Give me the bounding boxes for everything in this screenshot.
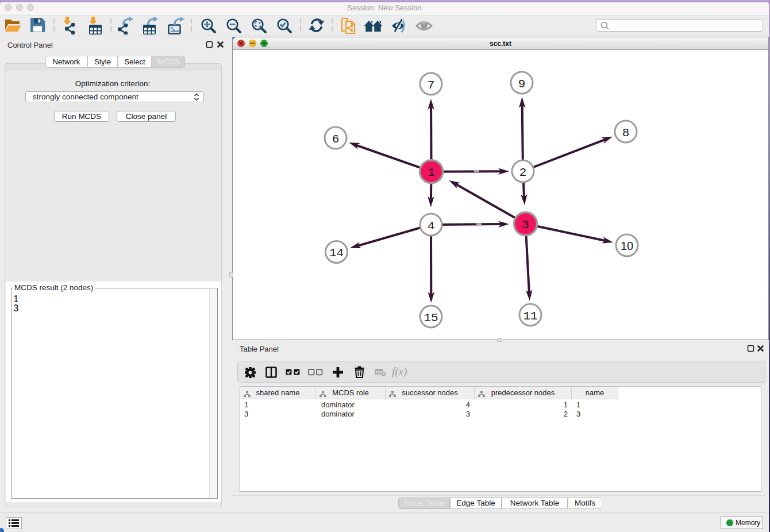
svg-text:6: 6	[332, 133, 340, 146]
svg-text:9: 9	[518, 78, 526, 91]
svg-text:10: 10	[621, 240, 633, 252]
svg-text:1: 1	[428, 166, 435, 179]
svg-text:15: 15	[424, 311, 438, 325]
svg-text:7: 7	[428, 79, 435, 92]
svg-text:8: 8	[622, 126, 630, 140]
svg-text:11: 11	[523, 310, 537, 323]
svg-text:2: 2	[519, 166, 527, 179]
svg-text:3: 3	[522, 218, 529, 232]
svg-text:14: 14	[329, 246, 344, 260]
svg-text:4: 4	[428, 219, 435, 233]
